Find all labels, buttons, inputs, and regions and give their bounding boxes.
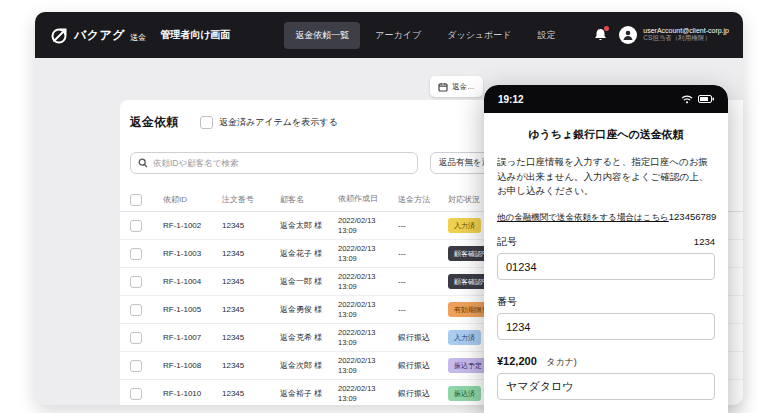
logo-suffix-text: 送金 <box>130 32 146 45</box>
col-status: 対応状況 <box>448 194 480 205</box>
logo-text: バクアグ <box>74 27 125 44</box>
cell-order-number: 12345 <box>222 333 280 342</box>
cell-request-id: RF-1-1003 <box>163 249 222 258</box>
phone-form: ゆうちょ銀行口座への送金依頼 誤った口座情報を入力すると、指定口座へのお振込みが… <box>484 113 728 413</box>
bango-label: 番号 <box>497 296 517 307</box>
cell-method: 銀行振込 <box>398 360 448 371</box>
cell-order-number: 12345 <box>222 277 280 286</box>
account-number-annotation: 123456789 <box>669 211 717 222</box>
status-badge: 振込済 <box>448 386 481 401</box>
search-icon <box>138 158 148 168</box>
logo: バクアグ 送金 <box>49 25 146 45</box>
cell-customer: 返金花子 様 <box>280 248 338 259</box>
phone-warning-text: 誤った口座情報を入力すると、指定口座へのお振込みが出来ません。入力内容をよくご確… <box>497 155 715 199</box>
notification-bell-icon[interactable] <box>594 28 607 42</box>
nav-settings[interactable]: 設定 <box>526 22 566 49</box>
cell-method: --- <box>398 277 448 286</box>
row-checkbox[interactable] <box>130 388 142 400</box>
account-menu[interactable]: userAccount@client-corp.jp CS担当者（利用権限） <box>619 26 729 44</box>
cell-order-number: 12345 <box>222 249 280 258</box>
wifi-icon <box>681 95 693 104</box>
nav-refund-list[interactable]: 返金依頼一覧 <box>284 22 360 49</box>
cell-created: 2022/02/13 13:09 <box>338 300 398 320</box>
kigo-input[interactable] <box>497 253 715 280</box>
checkbox-label: 返金済みアイテムを表示する <box>219 116 338 129</box>
calendar-icon <box>438 82 448 92</box>
col-created: 依頼作成日 <box>338 194 398 204</box>
nav-dashboard[interactable]: ダッシュボード <box>436 22 522 49</box>
logo-icon <box>49 25 69 45</box>
avatar <box>619 26 637 44</box>
cell-customer: 返金一郎 様 <box>280 276 338 287</box>
number-annotation: 1234 <box>694 236 715 247</box>
phone-time: 19:12 <box>498 94 524 105</box>
col-request-id: 依頼ID <box>163 194 222 205</box>
cell-method: --- <box>398 221 448 230</box>
row-checkbox[interactable] <box>130 304 142 316</box>
row-checkbox[interactable] <box>130 276 142 288</box>
checkbox-box[interactable] <box>200 116 213 129</box>
cell-method: 銀行振込 <box>398 388 448 399</box>
phone-status-bar: 19:12 <box>484 85 728 113</box>
col-method: 送金方法 <box>398 194 448 205</box>
main-nav: 返金依頼一覧 アーカイブ ダッシュボード 設定 <box>284 22 566 49</box>
cell-method: --- <box>398 249 448 258</box>
row-checkbox[interactable] <box>130 220 142 232</box>
row-checkbox[interactable] <box>130 360 142 372</box>
cell-request-id: RF-1-1005 <box>163 305 222 314</box>
phone-status-icons <box>681 95 714 104</box>
cell-created: 2022/02/13 13:09 <box>338 244 398 264</box>
row-checkbox[interactable] <box>130 248 142 260</box>
select-all-checkbox[interactable] <box>130 194 142 206</box>
other-bank-link[interactable]: 他の金融機関で送金依頼をする場合はこちら <box>497 212 669 224</box>
nav-archive[interactable]: アーカイブ <box>364 22 432 49</box>
admin-screen-label: 管理者向け画面 <box>160 28 230 42</box>
date-filter-button[interactable]: 返金… <box>430 76 483 97</box>
battery-icon <box>698 95 714 103</box>
cell-created: 2022/02/13 13:09 <box>338 328 398 348</box>
account-role: CS担当者（利用権限） <box>643 34 729 43</box>
cell-customer: 返金次郎 様 <box>280 360 338 371</box>
status-badge: 入力済 <box>448 218 481 233</box>
cell-method: --- <box>398 305 448 314</box>
page-title: 返金依頼 <box>130 114 178 131</box>
cell-request-id: RF-1-1004 <box>163 277 222 286</box>
search-box[interactable] <box>130 152 418 174</box>
cell-request-id: RF-1-1002 <box>163 221 222 230</box>
phone-form-title: ゆうちょ銀行口座への送金依頼 <box>497 127 715 142</box>
cell-order-number: 12345 <box>222 221 280 230</box>
cell-status: 振込予定 <box>448 358 488 373</box>
col-customer: 顧客名 <box>280 194 338 205</box>
kigo-label: 記号 <box>497 235 517 249</box>
cell-created: 2022/02/13 13:09 <box>338 356 398 376</box>
name-kana-input[interactable] <box>497 373 715 400</box>
cell-customer: 返金克希 様 <box>280 332 338 343</box>
cell-order-number: 12345 <box>222 361 280 370</box>
cell-order-number: 12345 <box>222 305 280 314</box>
phone-mockup: 19:12 ゆうちょ銀行 <box>484 85 728 413</box>
cell-created: 2022/02/13 13:09 <box>338 216 398 236</box>
katakana-label-fragment: タカナ) <box>546 357 577 367</box>
search-input[interactable] <box>153 158 410 168</box>
cell-method: 銀行振込 <box>398 332 448 343</box>
cell-status: 振込済 <box>448 386 481 401</box>
cell-created: 2022/02/13 13:09 <box>338 384 398 404</box>
account-email: userAccount@client-corp.jp <box>643 27 729 34</box>
app-header: バクアグ 送金 管理者向け画面 返金依頼一覧 アーカイブ ダッシュボード 設定 <box>35 12 743 58</box>
cell-customer: 返金太郎 様 <box>280 220 338 231</box>
amount-text: ¥12,200 <box>497 355 537 367</box>
status-badge: 入力済 <box>448 330 481 345</box>
cell-created: 2022/02/13 13:09 <box>338 272 398 292</box>
cell-status: 入力済 <box>448 218 481 233</box>
cell-order-number: 12345 <box>222 389 280 398</box>
cell-request-id: RF-1-1008 <box>163 361 222 370</box>
cell-customer: 返金裕子 様 <box>280 388 338 399</box>
show-refunded-checkbox[interactable]: 返金済みアイテムを表示する <box>200 116 338 129</box>
cell-customer: 返金勇俊 様 <box>280 304 338 315</box>
page: バクアグ 送金 管理者向け画面 返金依頼一覧 アーカイブ ダッシュボード 設定 <box>0 0 778 413</box>
col-order-number: 注文番号 <box>222 194 280 205</box>
bango-input[interactable] <box>497 313 715 340</box>
notification-dot <box>604 26 609 31</box>
status-badge: 振込予定 <box>448 358 488 373</box>
row-checkbox[interactable] <box>130 332 142 344</box>
